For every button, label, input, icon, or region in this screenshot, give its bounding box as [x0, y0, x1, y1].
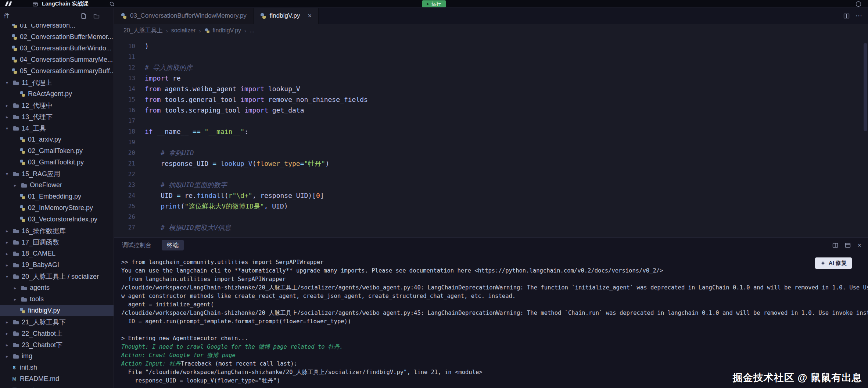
breadcrumb-item[interactable]: socializer	[171, 27, 196, 34]
tree-item[interactable]: README.md	[0, 373, 114, 385]
panel-tab[interactable]: 调试控制台	[121, 240, 152, 250]
account-icon[interactable]	[856, 1, 861, 7]
breadcrumb-item[interactable]: 20_人脉工具上	[123, 27, 163, 35]
code-line[interactable]: 21 response_UID = lookup_V(flower_type="…	[114, 158, 868, 169]
breadcrumb-item[interactable]: ...	[250, 27, 254, 34]
chevron-right-icon[interactable]: ▸	[4, 354, 10, 359]
tree-item[interactable]: ▸img	[0, 350, 114, 362]
chevron-right-icon[interactable]: ▸	[12, 297, 18, 302]
code-line[interactable]: 11	[114, 51, 868, 62]
maximize-panel-icon[interactable]	[845, 242, 851, 248]
chevron-right-icon[interactable]: ▸	[4, 103, 10, 108]
tree-item[interactable]: ▸19_BabyAGI	[0, 259, 114, 271]
code-line[interactable]: 14from agents.weibo_agent import lookup_…	[114, 83, 868, 94]
tree-item[interactable]: init.sh	[0, 362, 114, 373]
code-line[interactable]: 12# 导入所取的库	[114, 62, 868, 73]
code-line[interactable]: 26	[114, 211, 868, 222]
chevron-right-icon[interactable]: ▸	[4, 114, 10, 120]
tree-item[interactable]: requirements.txt	[0, 385, 114, 388]
tree-item[interactable]: ▸16_操作数据库	[0, 225, 114, 236]
code-line[interactable]: 22	[114, 169, 868, 179]
code-line[interactable]: 23 # 抽取UID里面的数字	[114, 179, 868, 190]
tree-item[interactable]: 03_GmailToolkit.py	[0, 157, 114, 168]
tree-item[interactable]: 03_VectorstoreIndex.py	[0, 214, 114, 225]
breadcrumb-item[interactable]: findbigV.py	[204, 27, 241, 34]
tree-item[interactable]: 01_Conversation...	[0, 24, 114, 31]
tree-item[interactable]: 03_ConversationBufferWindo...	[0, 43, 114, 54]
code-line[interactable]: 27 # 根据UID爬取大V信息	[114, 222, 868, 233]
tab-label: 03_ConversationBufferWindowMemory.py	[130, 12, 247, 19]
code-line[interactable]: 25 print("这位鲜花大V的微博ID是", UID)	[114, 201, 868, 211]
more-actions-icon[interactable]: ⋯	[856, 12, 862, 20]
editor-scrollbar-thumb[interactable]	[864, 43, 867, 131]
editor-tab[interactable]: findbigV.py×	[254, 8, 319, 24]
chevron-right-icon[interactable]: ▸	[4, 263, 10, 268]
tree-item[interactable]: ▸agents	[0, 282, 114, 293]
tree-item-label: 01_arxiv.py	[28, 136, 61, 143]
tree-item[interactable]: ▸17_回调函数	[0, 236, 114, 248]
tree-item[interactable]: 01_Embedding.py	[0, 191, 114, 202]
chevron-down-icon[interactable]: ▾	[4, 274, 10, 279]
terminal-line: w agent constructor methods like create_…	[121, 292, 868, 300]
new-folder-icon[interactable]	[93, 13, 100, 19]
tree-item[interactable]: ▾11_代理上	[0, 77, 114, 88]
tree-item[interactable]: ▸12_代理中	[0, 100, 114, 111]
code-editor[interactable]: 10)1112# 导入所取的库13import re14from agents.…	[114, 37, 868, 237]
tree-item[interactable]: ▸18_CAMEL	[0, 248, 114, 259]
search-icon[interactable]	[109, 1, 115, 7]
code-line[interactable]: 18if __name__ == "__main__":	[114, 126, 868, 137]
chevron-down-icon[interactable]: ▾	[4, 80, 10, 85]
explorer-title: 件	[4, 12, 10, 20]
tree-item-label: 03_VectorstoreIndex.py	[28, 216, 97, 223]
editor-scrollbar[interactable]	[864, 39, 867, 236]
tree-item[interactable]: 02_ConversationBufferMemor...	[0, 31, 114, 43]
chevron-down-icon[interactable]: ▾	[4, 171, 10, 177]
editor-tab[interactable]: 03_ConversationBufferWindowMemory.py	[114, 8, 254, 24]
tree-item[interactable]: 05_ConversationSummaryBuff...	[0, 65, 114, 77]
tree-item[interactable]: ▸13_代理下	[0, 111, 114, 122]
code-line[interactable]: 19	[114, 137, 868, 147]
tree-item[interactable]: 04_ConversationSummaryMe...	[0, 54, 114, 65]
tree-item[interactable]: ▾20_人脉工具上 / socializer	[0, 271, 114, 282]
tree-item[interactable]: 02_GmailToken.py	[0, 145, 114, 157]
tree-item[interactable]: 01_arxiv.py	[0, 134, 114, 145]
chevron-right-icon[interactable]: ▸	[4, 228, 10, 234]
panel-tab[interactable]: 终端	[162, 240, 184, 250]
code-line[interactable]: 15from tools.general_tool import remove_…	[114, 94, 868, 105]
close-panel-icon[interactable]: ×	[857, 242, 861, 249]
terminal-output[interactable]: AI 修复 >> from langchain_community.utilit…	[114, 253, 868, 388]
code-line[interactable]: 13import re	[114, 73, 868, 83]
tree-item[interactable]: ▾15_RAG应用	[0, 168, 114, 179]
tree-item[interactable]: ▾14_工具	[0, 122, 114, 134]
new-file-icon[interactable]	[80, 13, 87, 19]
line-number: 27	[114, 224, 145, 231]
run-button[interactable]: 运行	[422, 0, 446, 7]
code-line[interactable]: 24 UID = re.findall(r"\d+", response_UID…	[114, 190, 868, 201]
code-line[interactable]: 17	[114, 115, 868, 126]
close-tab-icon[interactable]: ×	[308, 12, 312, 20]
app-logo-icon[interactable]	[6, 1, 11, 6]
split-terminal-icon[interactable]	[832, 242, 838, 248]
ai-fix-button[interactable]: AI 修复	[815, 257, 852, 269]
chevron-right-icon[interactable]: ▸	[4, 251, 10, 256]
split-editor-icon[interactable]	[843, 13, 850, 19]
code-line[interactable]: 10)	[114, 41, 868, 51]
chevron-right-icon[interactable]: ▸	[4, 320, 10, 325]
chevron-right-icon[interactable]: ▸	[12, 183, 18, 188]
code-line[interactable]: 20 # 拿到UID	[114, 147, 868, 158]
chevron-right-icon[interactable]: ▸	[4, 240, 10, 245]
tree-item[interactable]: ▸tools	[0, 293, 114, 305]
tree-item[interactable]: ▸23_Chatbot下	[0, 339, 114, 350]
tree-item[interactable]: ▸22_Chatbot上	[0, 328, 114, 339]
tree-item[interactable]: ▸21_人脉工具下	[0, 316, 114, 328]
tree-item[interactable]: ReActAgent.py	[0, 88, 114, 100]
chevron-right-icon[interactable]: ▸	[4, 342, 10, 348]
tree-item[interactable]: 02_InMemoryStore.py	[0, 202, 114, 214]
tree-item[interactable]: ▸OneFlower	[0, 179, 114, 191]
tree-item[interactable]: findbigV.py	[0, 305, 114, 316]
tree-item-label: 03_GmailToolkit.py	[28, 159, 84, 166]
chevron-down-icon[interactable]: ▾	[4, 126, 10, 131]
chevron-right-icon[interactable]: ▸	[4, 331, 10, 336]
code-line[interactable]: 16from tools.scraping_tool import get_da…	[114, 105, 868, 115]
chevron-right-icon[interactable]: ▸	[12, 285, 18, 291]
